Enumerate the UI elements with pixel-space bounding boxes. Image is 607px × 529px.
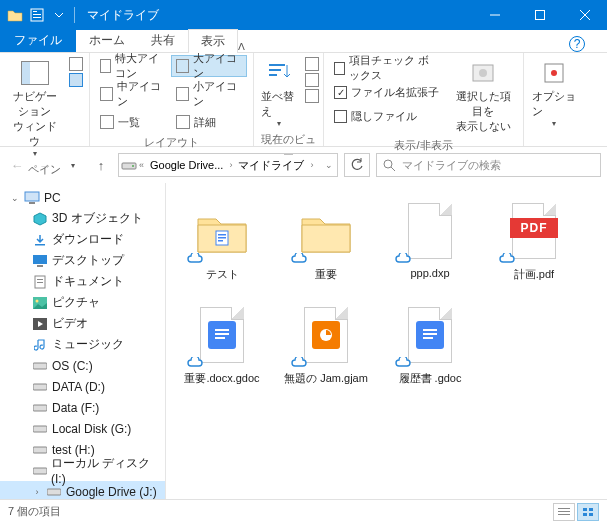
cloud-icon — [290, 253, 308, 265]
layout-large-icons[interactable]: 大アイコン — [171, 55, 247, 77]
maximize-button[interactable] — [517, 0, 562, 30]
tab-home[interactable]: ホーム — [76, 28, 138, 52]
gdoc-icon — [408, 307, 452, 363]
tree-data-d[interactable]: DATA (D:) — [0, 376, 165, 397]
svg-rect-6 — [22, 62, 30, 84]
gjam-icon — [304, 307, 348, 363]
hide-selected-button[interactable]: 選択した項目を 表示しない — [450, 55, 517, 136]
svg-rect-17 — [25, 192, 39, 201]
nav-row: ← → ▾ ↑ « Google Drive... › マイドライブ › ⌄ マ… — [0, 147, 607, 183]
address-bar[interactable]: « Google Drive... › マイドライブ › ⌄ — [118, 153, 338, 177]
file-item[interactable]: 重要 — [278, 195, 374, 295]
tree-desktop[interactable]: デスクトップ — [0, 250, 165, 271]
tab-share[interactable]: 共有 — [138, 28, 188, 52]
svg-rect-24 — [37, 282, 43, 283]
cloud-icon — [186, 357, 204, 369]
qat-dropdown-icon[interactable] — [48, 4, 70, 26]
file-label: 重要 — [315, 267, 337, 282]
options-button[interactable]: オプション▾ — [530, 55, 578, 130]
layout-details[interactable]: 詳細 — [172, 111, 248, 133]
file-item[interactable]: PDF 計画.pdf — [486, 195, 582, 295]
file-item[interactable]: ppp.dxp — [382, 195, 478, 295]
folder-icon — [4, 4, 26, 26]
layout-list[interactable]: 一覧 — [96, 111, 172, 133]
address-seg-root[interactable]: Google Drive... — [146, 159, 227, 171]
layout-small-icons[interactable]: 小アイコン — [172, 83, 248, 105]
svg-rect-7 — [269, 64, 285, 66]
add-columns-icon[interactable] — [305, 73, 319, 87]
svg-point-15 — [132, 165, 134, 167]
sort-button[interactable]: 並べ替え▾ — [259, 55, 299, 130]
group-by-icon[interactable] — [305, 57, 319, 71]
file-label: 重要.docx.gdoc — [184, 371, 259, 386]
file-item[interactable]: 重要.docx.gdoc — [174, 299, 270, 399]
svg-rect-38 — [218, 234, 226, 236]
file-extensions-toggle[interactable]: ✓ファイル名拡張子 — [330, 81, 444, 103]
minimize-button[interactable] — [472, 0, 517, 30]
tab-file[interactable]: ファイル — [0, 29, 76, 52]
tree-local-g[interactable]: Local Disk (G:) — [0, 418, 165, 439]
close-button[interactable] — [562, 0, 607, 30]
drive-icon — [121, 158, 137, 172]
svg-rect-44 — [558, 514, 570, 515]
refresh-button[interactable] — [344, 153, 370, 177]
layout-xl-icons[interactable]: 特大アイコン — [96, 55, 171, 77]
tree-3d-objects[interactable]: 3D オブジェクト — [0, 208, 165, 229]
gdoc-icon — [200, 307, 244, 363]
file-label: 計画.pdf — [514, 267, 554, 282]
svg-rect-19 — [35, 244, 45, 246]
help-icon[interactable]: ? — [569, 36, 585, 52]
nav-pane-button[interactable]: ナビゲーション ウィンドウ ▾ — [6, 55, 63, 160]
tree-music[interactable]: ミュージック — [0, 334, 165, 355]
tree-local-i[interactable]: ローカル ディスク (I:) — [0, 460, 165, 481]
file-label: 無題の Jam.gjam — [284, 371, 368, 386]
hidden-files-toggle[interactable]: 隠しファイル — [330, 105, 444, 127]
address-dropdown-icon[interactable]: ⌄ — [323, 160, 335, 170]
svg-rect-42 — [558, 508, 570, 509]
preview-pane-icon[interactable] — [69, 57, 83, 71]
view-details-toggle[interactable] — [553, 503, 575, 521]
details-pane-icon[interactable] — [69, 73, 83, 87]
tree-data-f[interactable]: Data (F:) — [0, 397, 165, 418]
tree-pc[interactable]: ⌄PC — [0, 187, 165, 208]
cloud-icon — [290, 357, 308, 369]
svg-rect-30 — [33, 405, 47, 411]
group-label-layout: レイアウト — [144, 133, 199, 154]
file-list: テスト 重要 ppp.dxp PDF 計画.pdf — [166, 183, 607, 499]
search-box[interactable]: マイドライブの検索 — [376, 153, 601, 177]
up-button[interactable]: ↑ — [90, 154, 112, 176]
file-item[interactable]: テスト — [174, 195, 270, 295]
tree-google-drive-j[interactable]: ›Google Drive (J:) — [0, 481, 165, 499]
title-bar: マイドライブ — [0, 0, 607, 30]
view-large-icons-toggle[interactable] — [577, 503, 599, 521]
svg-rect-31 — [33, 426, 47, 432]
file-label: ppp.dxp — [410, 267, 449, 279]
file-label: 履歴書 .gdoc — [399, 371, 462, 386]
forward-button[interactable]: → — [34, 154, 56, 176]
back-button[interactable]: ← — [6, 154, 28, 176]
svg-rect-28 — [33, 363, 47, 369]
cloud-icon — [186, 253, 204, 265]
layout-medium-icons[interactable]: 中アイコン — [96, 83, 172, 105]
cloud-icon — [394, 253, 412, 265]
svg-rect-32 — [33, 447, 47, 453]
svg-rect-2 — [33, 14, 41, 15]
tree-pictures[interactable]: ピクチャ — [0, 292, 165, 313]
tree-downloads[interactable]: ダウンロード — [0, 229, 165, 250]
tree-documents[interactable]: ドキュメント — [0, 271, 165, 292]
item-checkboxes-toggle[interactable]: 項目チェック ボックス — [330, 57, 444, 79]
svg-rect-43 — [558, 511, 570, 512]
tree-os-c[interactable]: OS (C:) — [0, 355, 165, 376]
size-columns-icon[interactable] — [305, 89, 319, 103]
file-item[interactable]: 履歴書 .gdoc — [382, 299, 478, 399]
tree-videos[interactable]: ビデオ — [0, 313, 165, 334]
pdf-icon: PDF — [512, 203, 556, 259]
svg-point-11 — [479, 69, 487, 77]
address-seg-current[interactable]: マイドライブ — [234, 158, 308, 173]
tab-view[interactable]: 表示 — [188, 29, 238, 53]
folder-icon — [298, 209, 354, 253]
item-count: 7 個の項目 — [8, 504, 61, 519]
recent-locations-button[interactable]: ▾ — [62, 154, 84, 176]
file-item[interactable]: 無題の Jam.gjam — [278, 299, 374, 399]
qat-properties-icon[interactable] — [26, 4, 48, 26]
